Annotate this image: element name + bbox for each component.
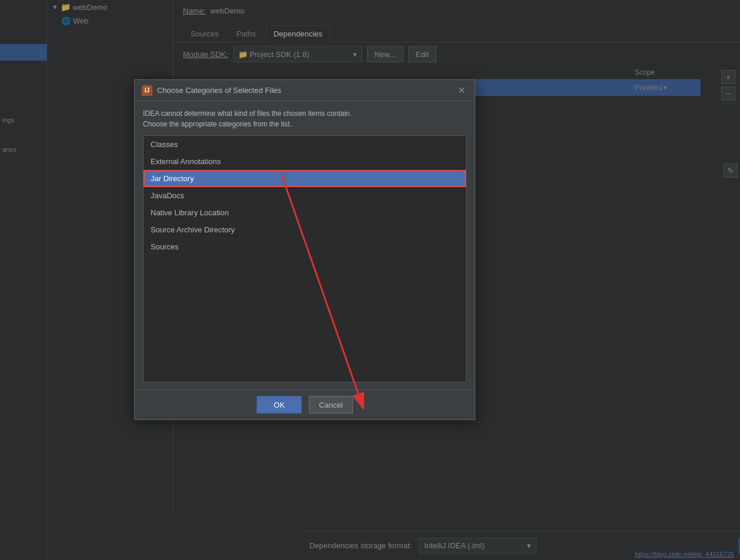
modal-cancel-button[interactable]: Cancel xyxy=(309,396,352,414)
list-item-sources[interactable]: Sources xyxy=(144,238,466,255)
modal-description: IDEA cannot determine what kind of files… xyxy=(143,108,466,129)
list-item-jar-directory[interactable]: Jar Directory xyxy=(144,170,466,187)
list-item-source-archive-directory[interactable]: Source Archive Directory xyxy=(144,221,466,238)
list-item-classes[interactable]: Classes xyxy=(144,136,466,153)
modal-ok-button[interactable]: OK xyxy=(256,396,302,414)
list-item-external-annotations[interactable]: External Annotations xyxy=(144,153,466,170)
modal-body: IDEA cannot determine what kind of files… xyxy=(135,101,475,389)
modal-dialog: IJ Choose Categories of Selected Files ✕… xyxy=(134,79,475,420)
modal-list: Classes External Annotations Jar Directo… xyxy=(143,135,466,382)
modal-title-text: Choose Categories of Selected Files xyxy=(157,86,451,95)
modal-title-icon: IJ xyxy=(142,85,152,96)
modal-close-button[interactable]: ✕ xyxy=(455,85,468,96)
modal-title-bar: IJ Choose Categories of Selected Files ✕ xyxy=(135,80,475,101)
url-bar: https://blog.csdn.net/qq_44316726 xyxy=(635,551,734,558)
list-item-native-library-location[interactable]: Native Library Location xyxy=(144,204,466,221)
modal-footer: OK Cancel xyxy=(135,389,475,419)
list-item-javadocs[interactable]: JavaDocs xyxy=(144,187,466,204)
